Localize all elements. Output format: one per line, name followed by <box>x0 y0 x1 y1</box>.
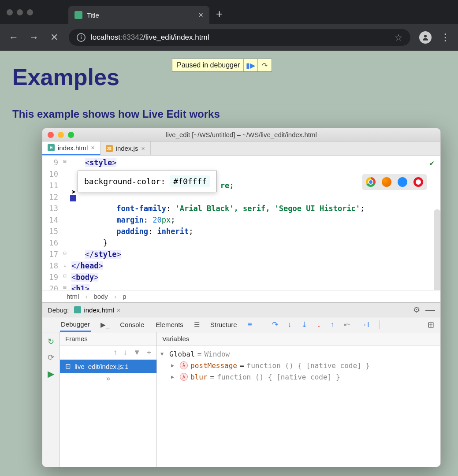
color-tooltip: background-color: #f0ffff <box>78 171 217 192</box>
nav-bar: ← → ✕ i localhost:63342/live_edit/index.… <box>0 24 458 51</box>
menu-button[interactable]: ⋮ <box>440 32 450 43</box>
browser-chrome: Title × + ← → ✕ i localhost:63342/live_e… <box>0 0 458 51</box>
debug-body: ↻ ⟳ ▶ Frames ↑ ↓ ▼ + ⊡ live_edit/index.j… <box>42 332 440 467</box>
debug-toolwindow-header: Debug: index.html × ⚙ — <box>42 302 440 317</box>
run-to-cursor-icon[interactable]: →I <box>360 320 369 329</box>
resume-icon[interactable]: ▶ <box>48 368 54 379</box>
debugger-step-button[interactable]: ↷ <box>257 59 272 71</box>
hide-icon[interactable]: — <box>425 304 435 316</box>
drop-frame-icon[interactable]: ⤺ <box>344 320 350 329</box>
close-icon[interactable] <box>7 9 13 15</box>
profile-button[interactable] <box>419 31 432 44</box>
variables-panel: Variables ▼ Global = Window ▶λ postMessa… <box>157 332 440 467</box>
tab-bar: Title × + <box>0 0 458 24</box>
debug-side-toolbar: ↻ ⟳ ▶ <box>42 332 60 467</box>
browser-tab[interactable]: Title × <box>68 6 209 24</box>
rerun-icon[interactable]: ↻ <box>48 337 54 346</box>
tab-console[interactable]: Console <box>119 318 145 331</box>
tab-elements[interactable]: Elements <box>155 318 184 331</box>
variables-header: Variables <box>157 332 440 346</box>
variable-global[interactable]: ▼ Global = Window <box>160 348 437 360</box>
ide-tab-label: index.html <box>58 144 88 152</box>
step-out-red-icon[interactable]: ↓ <box>317 320 321 329</box>
window-controls[interactable] <box>7 9 33 15</box>
breadcrumb-item[interactable]: html <box>67 293 79 300</box>
ide-window: live_edit [~/WS/untitled] – ~/WS/live_ed… <box>42 128 441 467</box>
more-frames-icon[interactable]: » <box>60 373 156 384</box>
add-icon[interactable]: + <box>147 348 151 357</box>
ide-minimize-icon[interactable] <box>58 132 64 138</box>
settings-icon[interactable]: ⚙ <box>413 305 420 315</box>
tab-debugger[interactable]: Debugger <box>60 318 91 332</box>
debug-tab-bar: Debugger ▶_ Console Elements ☰ Structure… <box>42 317 440 332</box>
minimize-icon[interactable] <box>17 9 23 15</box>
structure-icon: ☰ <box>194 321 200 329</box>
back-button[interactable]: ← <box>8 32 19 43</box>
threads-icon[interactable]: ≡ <box>248 320 252 329</box>
ide-window-controls[interactable] <box>48 132 74 138</box>
new-tab-button[interactable]: + <box>216 7 223 21</box>
close-icon[interactable]: × <box>117 306 121 314</box>
debug-config[interactable]: index.html × <box>74 306 120 314</box>
url-text: localhost:63342/live_edit/index.html <box>91 33 209 42</box>
page-viewport: Paused in debugger ▮▶ ↷ Examples This ex… <box>0 51 458 134</box>
ide-titlebar[interactable]: live_edit [~/WS/untitled] – ~/WS/live_ed… <box>42 128 440 141</box>
html-file-icon: H <box>48 144 55 151</box>
tab-title: Title <box>87 11 99 19</box>
ide-tab-index-js[interactable]: JS index.js × <box>101 141 151 155</box>
maximize-icon[interactable] <box>27 9 33 15</box>
ide-zoom-icon[interactable] <box>68 132 74 138</box>
filter-icon[interactable]: ▼ <box>133 348 141 357</box>
debugger-status: Paused in debugger <box>177 61 243 69</box>
forward-button[interactable]: → <box>28 32 40 43</box>
step-out-icon[interactable]: ↑ <box>331 320 335 329</box>
frames-panel: Frames ↑ ↓ ▼ + ⊡ live_edit/index.js:1 » <box>60 332 157 467</box>
frame-label: live_edit/index.js:1 <box>74 363 129 370</box>
svg-point-0 <box>424 35 427 37</box>
debugger-resume-button[interactable]: ▮▶ <box>243 59 257 71</box>
console-icon: ▶_ <box>101 321 109 329</box>
ide-tab-label: index.js <box>116 145 138 152</box>
step-over-icon[interactable]: ↷ <box>272 320 278 329</box>
frames-toolbar: ↑ ↓ ▼ + <box>60 346 156 360</box>
favicon-icon <box>74 11 82 19</box>
ide-title: live_edit [~/WS/untitled] – ~/WS/live_ed… <box>42 131 440 138</box>
frame-down-icon[interactable]: ↓ <box>123 348 127 357</box>
ide-tab-index-html[interactable]: H index.html × <box>42 141 101 155</box>
close-tab-icon[interactable]: × <box>141 145 145 152</box>
variables-tree[interactable]: ▼ Global = Window ▶λ postMessage = funct… <box>157 346 440 467</box>
address-bar[interactable]: i localhost:63342/live_edit/index.html ☆ <box>69 29 410 46</box>
stop-button[interactable]: ✕ <box>48 32 60 43</box>
breadcrumb-item[interactable]: body <box>93 293 108 300</box>
frame-up-icon[interactable]: ↑ <box>113 348 117 357</box>
js-file-icon: JS <box>106 145 113 152</box>
update-icon[interactable]: ⟳ <box>48 353 54 362</box>
site-info-icon[interactable]: i <box>77 33 86 42</box>
variable-postmessage[interactable]: ▶λ postMessage = function () { [native c… <box>160 360 437 371</box>
close-tab-icon[interactable]: × <box>198 11 203 20</box>
code-editor[interactable]: ✔ 910111213141516171819202122232425 ⊟⊟⌞⊟… <box>42 156 440 290</box>
code-area[interactable]: ➤ background-color: #f0ffff <style> re; … <box>69 156 440 290</box>
frames-header: Frames <box>60 332 156 346</box>
stack-frame[interactable]: ⊡ live_edit/index.js:1 <box>60 360 156 373</box>
tab-structure[interactable]: Structure <box>209 318 238 331</box>
bookmark-icon[interactable]: ☆ <box>395 32 402 43</box>
step-into-icon[interactable]: ↓ <box>288 320 292 329</box>
page-subheading: This example shows how Live Edit works <box>12 108 446 120</box>
force-step-into-icon[interactable]: ⤓ <box>301 320 307 329</box>
ide-tab-bar: H index.html × JS index.js × <box>42 141 440 156</box>
tooltip-value: #f0ffff <box>170 175 210 187</box>
evaluate-icon[interactable]: ⊞ <box>428 320 434 330</box>
html-file-icon <box>74 306 81 313</box>
ide-close-icon[interactable] <box>48 132 54 138</box>
breadcrumb[interactable]: html› body› p <box>42 290 440 302</box>
close-tab-icon[interactable]: × <box>91 144 94 151</box>
debug-label: Debug: <box>48 306 69 314</box>
debugger-overlay: Paused in debugger ▮▶ ↷ <box>172 59 272 72</box>
line-number-gutter[interactable]: 910111213141516171819202122232425 <box>42 156 61 290</box>
fold-gutter[interactable]: ⊟⊟⌞⊟⊟⌞⊟⌞ <box>61 156 69 290</box>
breadcrumb-item[interactable]: p <box>123 293 126 300</box>
variable-blur[interactable]: ▶λ blur = function () { [native code] } <box>160 371 437 383</box>
mouse-cursor-icon: ➤ <box>71 187 76 197</box>
tooltip-property: background-color: <box>84 177 165 186</box>
